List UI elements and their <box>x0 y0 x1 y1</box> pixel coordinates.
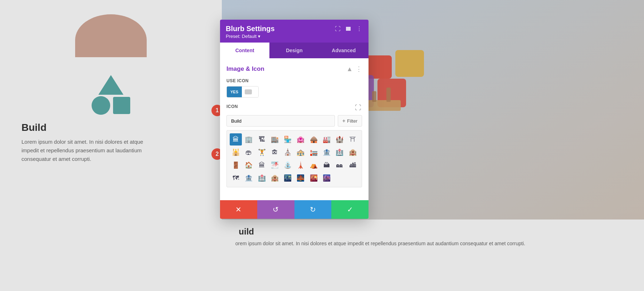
icon-cell-4[interactable]: 🏪 <box>282 133 294 146</box>
icon-search-row: + Filter <box>226 115 362 127</box>
icon-grid: 🏛 🏢 🏗 🏬 🏪 🏩 🛖 🏭 🏰 ⛩ 🕌 🏟 🏋 🏚 ⛪ <box>230 133 359 184</box>
panel-header-icons: ⛶ ⯀ ⋮ <box>334 25 363 33</box>
section-more-icon[interactable]: ⋮ <box>356 66 362 72</box>
icon-cell-10[interactable]: 🕌 <box>230 146 242 158</box>
icon-cell-3[interactable]: 🏬 <box>269 133 281 146</box>
tab-content[interactable]: Content <box>220 43 269 58</box>
panel-tabs: Content Design Advanced <box>220 43 369 58</box>
icon-cell-16[interactable]: 🏣 <box>308 146 320 158</box>
undo-button[interactable]: ↺ <box>257 200 294 219</box>
panel-preset: Preset: Default ▾ <box>226 34 363 39</box>
icon-expand-btn[interactable]: ⛶ <box>354 103 362 112</box>
settings-panel: Blurb Settings ⛶ ⯀ ⋮ Preset: Default ▾ C… <box>220 20 369 219</box>
icon-field: Icon ⛶ + Filter 🏛 🏢 🏗 🏬 🏪 <box>226 103 362 187</box>
icon-cell-33[interactable]: 🏨 <box>269 172 281 184</box>
icon-cell-31[interactable]: 🏦 <box>243 172 255 184</box>
icon-cell-12[interactable]: 🏋 <box>256 146 268 158</box>
icon-cell-1[interactable]: 🏢 <box>243 133 255 146</box>
icon-cell-39[interactable] <box>347 172 359 184</box>
icon-cell-29[interactable]: 🏙 <box>347 159 359 171</box>
icon-cell-14[interactable]: ⛪ <box>282 146 294 158</box>
image-icon-section-header: Image & Icon ▲ ⋮ <box>226 65 362 73</box>
icon-cell-20[interactable]: 🚪 <box>230 159 242 171</box>
tab-design[interactable]: Design <box>269 43 319 58</box>
use-icon-field: Use Icon YES <box>226 78 362 98</box>
icon-cell-34[interactable]: 🌃 <box>282 172 294 184</box>
icon-cell-2[interactable]: 🏗 <box>256 133 268 146</box>
icon-cell-0[interactable]: 🏛 <box>230 133 242 146</box>
toggle-yes[interactable]: YES <box>227 87 242 97</box>
toggle-slider <box>245 89 252 94</box>
cancel-button[interactable]: ✕ <box>220 200 257 219</box>
more-options-icon[interactable]: ⋮ <box>356 25 363 33</box>
icon-cell-24[interactable]: ⛲ <box>282 159 294 171</box>
icon-cell-13[interactable]: 🏚 <box>269 146 281 158</box>
icon-cell-19[interactable]: 🏨 <box>347 146 359 158</box>
fullscreen-icon[interactable]: ⛶ <box>334 25 341 33</box>
icon-cell-26[interactable]: ⛺ <box>308 159 320 171</box>
icon-cell-8[interactable]: 🏰 <box>333 133 346 146</box>
icon-search-input[interactable] <box>226 115 335 127</box>
icon-cell-22[interactable]: 🏛 <box>256 159 268 171</box>
panel-header: Blurb Settings ⛶ ⯀ ⋮ Preset: Default ▾ <box>220 20 369 43</box>
icon-cell-25[interactable]: 🗼 <box>294 159 307 171</box>
icon-cell-18[interactable]: 🏥 <box>333 146 346 158</box>
save-icon: ✓ <box>347 205 353 214</box>
save-button[interactable]: ✓ <box>331 200 369 219</box>
icon-label: Icon <box>226 104 238 109</box>
section-title: Image & Icon <box>226 65 264 73</box>
undo-icon: ↺ <box>273 205 279 214</box>
icon-cell-15[interactable]: 🏤 <box>294 146 307 158</box>
toggle-no[interactable] <box>242 87 258 97</box>
icon-cell-27[interactable]: 🏔 <box>321 159 333 171</box>
icon-cell-5[interactable]: 🏩 <box>294 133 307 146</box>
icon-cell-28[interactable]: 🏘 <box>333 159 346 171</box>
icon-cell-32[interactable]: 🏥 <box>256 172 268 184</box>
icon-cell-6[interactable]: 🛖 <box>308 133 320 146</box>
plus-icon: + <box>342 118 345 124</box>
collapse-icon[interactable]: ▲ <box>346 66 353 72</box>
use-icon-label: Use Icon <box>226 78 362 83</box>
icon-cell-30[interactable]: 🗺 <box>230 172 242 184</box>
redo-icon: ↻ <box>310 205 316 214</box>
redo-button[interactable]: ↻ <box>294 200 332 219</box>
tab-advanced[interactable]: Advanced <box>319 43 369 58</box>
icon-cell-38[interactable] <box>333 172 346 184</box>
preset-value[interactable]: Default ▾ <box>242 34 260 39</box>
panel-body: Image & Icon ▲ ⋮ Use Icon YES Icon ⛶ <box>220 58 369 200</box>
section-controls: ▲ ⋮ <box>346 66 362 72</box>
icon-cell-11[interactable]: 🏟 <box>243 146 255 158</box>
icon-cell-21[interactable]: 🏠 <box>243 159 255 171</box>
panel-title: Blurb Settings <box>226 25 275 33</box>
icon-picker-header: Icon ⛶ <box>226 103 362 112</box>
filter-button[interactable]: + Filter <box>338 115 362 127</box>
icon-cell-17[interactable]: 🏦 <box>321 146 333 158</box>
icon-cell-37[interactable]: 🌆 <box>321 172 333 184</box>
icon-cell-23[interactable]: 🌁 <box>269 159 281 171</box>
icon-cell-35[interactable]: 🌉 <box>294 172 307 184</box>
icon-grid-container: 🏛 🏢 🏗 🏬 🏪 🏩 🛖 🏭 🏰 ⛩ 🕌 🏟 🏋 🏚 ⛪ <box>226 130 362 187</box>
icon-cell-7[interactable]: 🏭 <box>321 133 333 146</box>
use-icon-toggle[interactable]: YES <box>226 86 259 98</box>
columns-icon[interactable]: ⯀ <box>345 25 352 33</box>
cancel-icon: ✕ <box>235 205 241 214</box>
filter-label: Filter <box>347 118 357 124</box>
icon-cell-9[interactable]: ⛩ <box>347 133 359 146</box>
icon-cell-36[interactable]: 🌇 <box>308 172 320 184</box>
panel-title-row: Blurb Settings ⛶ ⯀ ⋮ <box>226 25 363 33</box>
panel-footer: ✕ ↺ ↻ ✓ <box>220 200 369 219</box>
